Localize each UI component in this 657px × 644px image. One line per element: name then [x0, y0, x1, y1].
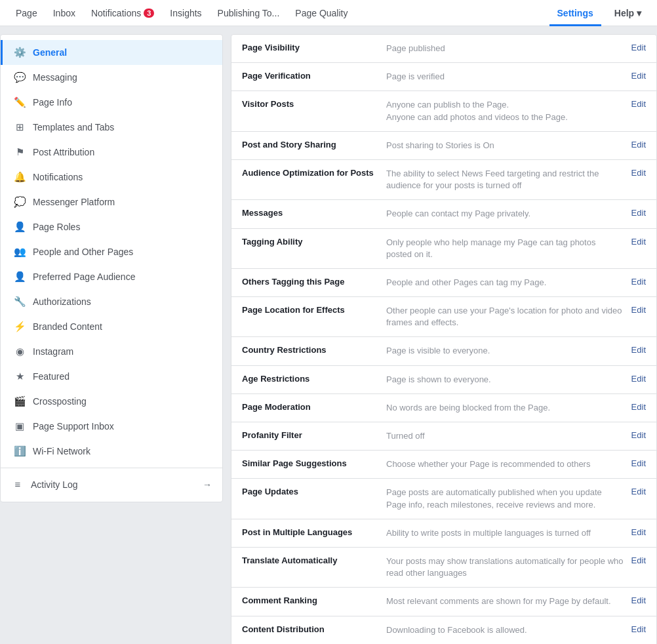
- settings-row-tagging-ability: Tagging AbilityOnly people who help mana…: [231, 229, 656, 269]
- sidebar-item-templates-tabs[interactable]: ⊞Templates and Tabs: [1, 115, 222, 140]
- settings-label-profanity-filter: Profanity Filter: [242, 430, 386, 440]
- activity-log-icon: ≡: [11, 479, 24, 490]
- sidebar-item-page-roles[interactable]: 👤Page Roles: [1, 214, 222, 239]
- nav-items-right: SettingsHelp ▾: [549, 0, 649, 26]
- nav-item-page[interactable]: Page: [8, 0, 45, 26]
- settings-edit-content-distribution[interactable]: Edit: [631, 624, 646, 634]
- sidebar-item-branded-content[interactable]: ⚡Branded Content: [1, 314, 222, 339]
- settings-value-page-location-effects: Other people can use your Page's locatio…: [386, 305, 624, 329]
- sidebar-label-general: General: [33, 47, 67, 58]
- settings-value-tagging-ability: Only people who help manage my Page can …: [386, 237, 624, 260]
- sidebar-label-crossposting: Crossposting: [33, 396, 87, 407]
- settings-edit-similar-page-suggestions[interactable]: Edit: [631, 458, 646, 468]
- settings-row-country-restrictions: Country RestrictionsPage is visible to e…: [231, 337, 656, 365]
- sidebar-item-wifi[interactable]: ℹ️Wi-Fi Network: [1, 439, 222, 464]
- nav-item-publishing[interactable]: Publishing To...: [210, 0, 288, 26]
- settings-value-page-visibility: Page published: [386, 43, 624, 54]
- settings-edit-translate-automatically[interactable]: Edit: [631, 555, 646, 565]
- sidebar-item-post-attribution[interactable]: ⚑Post Attribution: [1, 140, 222, 165]
- settings-label-similar-page-suggestions: Similar Page Suggestions: [242, 458, 386, 468]
- sidebar-item-messaging[interactable]: 💬Messaging: [1, 65, 222, 90]
- settings-edit-page-location-effects[interactable]: Edit: [631, 305, 646, 315]
- sidebar-label-people-pages: People and Other Pages: [33, 247, 133, 257]
- sidebar-label-featured: Featured: [33, 371, 70, 382]
- sidebar-item-activity-log[interactable]: ≡ Activity Log →: [1, 472, 222, 496]
- settings-edit-post-multiple-languages[interactable]: Edit: [631, 527, 646, 537]
- settings-label-age-restrictions: Age Restrictions: [242, 374, 386, 384]
- sidebar-item-authorizations[interactable]: 🔧Authorizations: [1, 289, 222, 314]
- sidebar-icon-page-support: ▣: [13, 420, 26, 432]
- settings-value-profanity-filter: Turned off: [386, 430, 624, 442]
- settings-row-comment-ranking: Comment RankingMost relevant comments ar…: [231, 588, 656, 616]
- sidebar-item-general[interactable]: ⚙️General: [1, 40, 222, 65]
- sidebar-label-templates-tabs: Templates and Tabs: [33, 122, 114, 132]
- sidebar-label-post-attribution: Post Attribution: [33, 147, 94, 157]
- nav-item-notifications[interactable]: Notifications3: [83, 0, 162, 26]
- sidebar-icon-general: ⚙️: [13, 47, 26, 58]
- sidebar-item-featured[interactable]: ★Featured: [1, 364, 222, 389]
- settings-row-page-moderation: Page ModerationNo words are being blocke…: [231, 394, 656, 422]
- sidebar-label-messaging: Messaging: [33, 72, 77, 83]
- settings-edit-page-moderation[interactable]: Edit: [631, 402, 646, 412]
- settings-edit-page-visibility[interactable]: Edit: [631, 43, 646, 52]
- settings-label-page-verification: Page Verification: [242, 71, 386, 81]
- settings-value-messages: People can contact my Page privately.: [386, 208, 624, 220]
- sidebar-item-people-pages[interactable]: 👥People and Other Pages: [1, 239, 222, 264]
- settings-edit-visitor-posts[interactable]: Edit: [631, 99, 646, 109]
- nav-item-quality[interactable]: Page Quality: [287, 0, 355, 26]
- settings-label-page-updates: Page Updates: [242, 487, 386, 496]
- settings-value-translate-automatically: Your posts may show translations automat…: [386, 555, 624, 579]
- settings-edit-age-restrictions[interactable]: Edit: [631, 374, 646, 384]
- settings-row-messages: MessagesPeople can contact my Page priva…: [231, 200, 656, 228]
- settings-value-post-multiple-languages: Ability to write posts in multiple langu…: [386, 527, 624, 539]
- settings-edit-audience-optimization[interactable]: Edit: [631, 168, 646, 178]
- activity-log-label: Activity Log: [31, 479, 78, 490]
- sidebar-item-notifications[interactable]: 🔔Notifications: [1, 165, 222, 190]
- nav-item-help[interactable]: Help ▾: [607, 0, 649, 26]
- sidebar-item-messenger-platform[interactable]: 💭Messenger Platform: [1, 190, 222, 214]
- nav-item-settings[interactable]: Settings: [549, 0, 601, 26]
- settings-edit-page-updates[interactable]: Edit: [631, 487, 646, 496]
- settings-row-page-verification: Page VerificationPage is verifiedEdit: [231, 63, 656, 91]
- settings-edit-messages[interactable]: Edit: [631, 208, 646, 218]
- activity-log-left: ≡ Activity Log: [11, 479, 78, 490]
- settings-edit-profanity-filter[interactable]: Edit: [631, 430, 646, 440]
- top-navigation: PageInboxNotifications3InsightsPublishin…: [0, 0, 657, 26]
- nav-items-left: PageInboxNotifications3InsightsPublishin…: [8, 0, 549, 26]
- sidebar-item-instagram[interactable]: ◉Instagram: [1, 339, 222, 364]
- settings-value-page-verification: Page is verified: [386, 71, 624, 83]
- sidebar-icon-page-roles: 👤: [13, 221, 26, 233]
- sidebar-label-notifications: Notifications: [33, 172, 83, 182]
- settings-row-audience-optimization: Audience Optimization for PostsThe abili…: [231, 160, 656, 200]
- sidebar-item-crossposting[interactable]: 🎬Crossposting: [1, 389, 222, 414]
- nav-item-insights[interactable]: Insights: [162, 0, 209, 26]
- settings-edit-tagging-ability[interactable]: Edit: [631, 237, 646, 247]
- main-layout: ⚙️General💬Messaging✏️Page Info⊞Templates…: [0, 26, 657, 644]
- settings-edit-comment-ranking[interactable]: Edit: [631, 595, 646, 605]
- settings-row-post-story-sharing: Post and Story SharingPost sharing to St…: [231, 132, 656, 160]
- settings-label-post-multiple-languages: Post in Multiple Languages: [242, 527, 386, 537]
- settings-value-page-moderation: No words are being blocked from the Page…: [386, 402, 624, 414]
- settings-value-age-restrictions: Page is shown to everyone.: [386, 374, 624, 386]
- settings-edit-post-story-sharing[interactable]: Edit: [631, 140, 646, 150]
- settings-row-others-tagging: Others Tagging this PagePeople and other…: [231, 269, 656, 297]
- sidebar-label-authorizations: Authorizations: [33, 296, 91, 307]
- nav-item-inbox[interactable]: Inbox: [45, 0, 83, 26]
- settings-row-content-distribution: Content DistributionDownloading to Faceb…: [231, 616, 656, 645]
- settings-edit-others-tagging[interactable]: Edit: [631, 277, 646, 287]
- sidebar-label-messenger-platform: Messenger Platform: [33, 197, 115, 207]
- settings-label-audience-optimization: Audience Optimization for Posts: [242, 168, 386, 178]
- sidebar-icon-authorizations: 🔧: [13, 296, 26, 308]
- settings-value-country-restrictions: Page is visible to everyone.: [386, 345, 624, 357]
- sidebar-item-page-support[interactable]: ▣Page Support Inbox: [1, 414, 222, 439]
- sidebar-icon-featured: ★: [13, 371, 26, 382]
- sidebar-item-page-info[interactable]: ✏️Page Info: [1, 90, 222, 115]
- sidebar-item-preferred-audience[interactable]: 👤Preferred Page Audience: [1, 264, 222, 289]
- settings-row-visitor-posts: Visitor PostsAnyone can publish to the P…: [231, 91, 656, 131]
- settings-edit-page-verification[interactable]: Edit: [631, 71, 646, 81]
- activity-log-arrow: →: [203, 479, 212, 490]
- sidebar-label-page-roles: Page Roles: [33, 222, 80, 232]
- sidebar: ⚙️General💬Messaging✏️Page Info⊞Templates…: [0, 34, 223, 502]
- settings-edit-country-restrictions[interactable]: Edit: [631, 345, 646, 355]
- sidebar-icon-preferred-audience: 👤: [13, 271, 26, 283]
